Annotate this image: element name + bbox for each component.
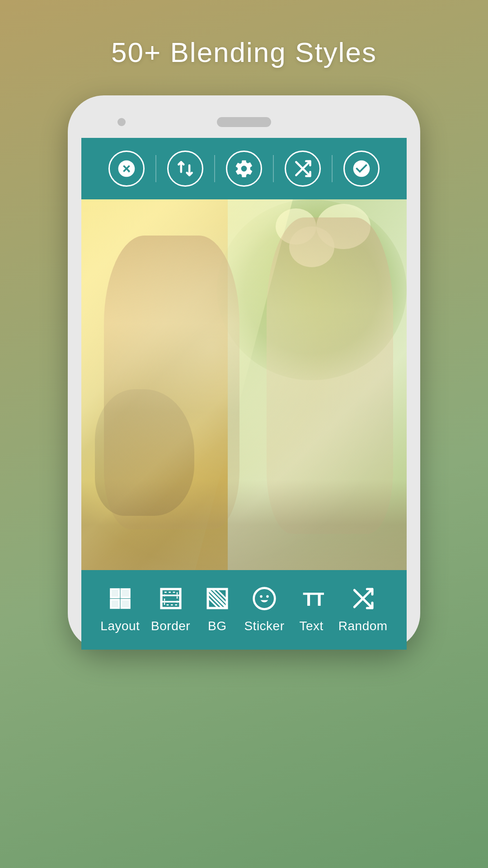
phone-top-bar: [81, 109, 407, 138]
sticker-icon: [249, 583, 280, 614]
svg-point-13: [266, 595, 269, 598]
phone-camera: [117, 118, 126, 126]
random-tool[interactable]: Random: [338, 583, 388, 633]
shuffle-icon: [293, 159, 313, 179]
random-label: Random: [338, 619, 388, 633]
text-icon: TT: [296, 583, 327, 614]
text-label: Text: [299, 619, 323, 633]
toolbar-divider-3: [273, 155, 274, 182]
sticker-label: Sticker: [244, 619, 284, 633]
layout-tool[interactable]: Layout: [100, 583, 140, 633]
border-icon: [155, 583, 187, 614]
svg-text:TT: TT: [303, 589, 324, 610]
checkmark-icon: [352, 159, 371, 179]
settings-button[interactable]: [226, 151, 262, 187]
x-circle-icon: [117, 159, 136, 179]
confirm-button[interactable]: [343, 151, 380, 187]
top-toolbar: [81, 138, 407, 199]
swap-button[interactable]: [167, 151, 203, 187]
toolbar-divider-1: [155, 155, 156, 182]
steps-area: [81, 480, 407, 570]
svg-point-12: [260, 595, 263, 598]
phone-speaker: [217, 117, 271, 127]
close-button[interactable]: [108, 151, 145, 187]
phone-shell: Layout Border: [68, 95, 420, 650]
photo-collage[interactable]: [81, 199, 407, 570]
shuffle-button[interactable]: [285, 151, 321, 187]
bg-tool[interactable]: BG: [202, 583, 233, 633]
svg-point-11: [254, 588, 275, 609]
bg-icon: [202, 583, 233, 614]
layout-icon: [104, 583, 136, 614]
sticker-tool[interactable]: Sticker: [244, 583, 284, 633]
toolbar-divider-2: [214, 155, 215, 182]
page-title: 50+ Blending Styles: [111, 36, 377, 68]
bottom-toolbar: Layout Border: [81, 570, 407, 650]
layout-label: Layout: [100, 619, 140, 633]
border-label: Border: [151, 619, 190, 633]
svg-line-6: [208, 589, 227, 608]
random-icon: [347, 583, 379, 614]
toolbar-divider-4: [332, 155, 333, 182]
gear-icon: [234, 159, 254, 179]
text-tool[interactable]: TT Text: [296, 583, 327, 633]
bg-label: BG: [208, 619, 226, 633]
swap-icon: [175, 159, 195, 179]
border-tool[interactable]: Border: [151, 583, 190, 633]
